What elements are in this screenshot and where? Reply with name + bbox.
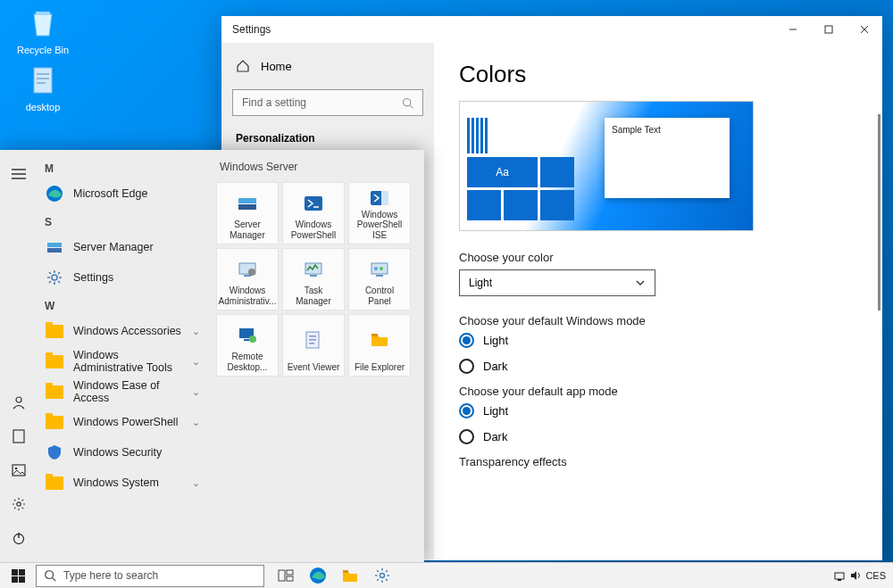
windows-mode-dark[interactable]: Dark — [459, 359, 857, 374]
folder-icon — [45, 352, 64, 371]
tile-file-explorer[interactable]: File Explorer — [348, 314, 411, 377]
tile-task-manager[interactable]: Task Manager — [282, 248, 345, 311]
start-app-list[interactable]: M Microsoft Edge S Server Manager Settin… — [38, 150, 207, 562]
app-microsoft-edge[interactable]: Microsoft Edge — [38, 178, 207, 209]
radio-icon — [459, 359, 474, 374]
tray-network-icon[interactable] — [833, 569, 846, 582]
app-windows-admin-tools[interactable]: Windows Administrative Tools ⌄ — [38, 346, 207, 377]
nav-home[interactable]: Home — [221, 52, 434, 80]
svg-point-13 — [16, 397, 21, 402]
power-button[interactable] — [0, 521, 38, 555]
letter-header[interactable]: W — [38, 293, 207, 316]
app-label: Server Manager — [73, 241, 154, 253]
minimize-button[interactable] — [775, 16, 811, 43]
tile-control-panel[interactable]: Control Panel — [348, 248, 411, 311]
desktop-icon-file[interactable]: desktop — [13, 62, 73, 112]
windows-mode-light[interactable]: Light — [459, 333, 857, 348]
radio-label: Light — [483, 334, 508, 347]
tile-server-manager[interactable]: Server Manager — [216, 182, 279, 244]
page-title: Colors — [459, 61, 857, 88]
app-windows-accessories[interactable]: Windows Accessories ⌄ — [38, 316, 207, 346]
tile-label: File Explorer — [355, 362, 405, 373]
app-label: Windows System — [73, 476, 159, 489]
app-windows-security[interactable]: Windows Security — [38, 437, 207, 468]
recycle-bin-icon — [25, 5, 61, 41]
desktop-icon-recycle-bin[interactable]: Recycle Bin — [13, 5, 73, 55]
app-label: Windows Security — [73, 446, 162, 459]
svg-rect-2 — [37, 78, 49, 79]
tile-admin-tools[interactable]: Windows Administrativ... — [216, 248, 279, 311]
taskbar-settings[interactable] — [366, 563, 398, 589]
tiles-header: Windows Server — [220, 161, 415, 173]
letter-header[interactable]: M — [38, 155, 207, 178]
documents-button[interactable] — [0, 419, 38, 453]
settings-search[interactable]: Find a setting — [232, 89, 423, 116]
tile-label: Server Manager — [221, 219, 274, 240]
color-select[interactable]: Light — [459, 269, 655, 296]
close-button[interactable] — [847, 16, 882, 43]
svg-rect-42 — [309, 335, 316, 337]
tile-label: Control Panel — [353, 286, 406, 306]
tray-lang[interactable]: CES — [865, 570, 886, 581]
settings-content: Colors Aa Sample Text Choose your color … — [434, 43, 882, 560]
transparency-label: Transparency effects — [459, 455, 857, 468]
svg-rect-54 — [287, 576, 293, 581]
task-view-button[interactable] — [270, 563, 302, 589]
app-settings[interactable]: Settings — [38, 262, 207, 293]
search-placeholder: Type here to search — [63, 569, 158, 582]
chevron-down-icon: ⌄ — [192, 386, 200, 398]
svg-rect-1 — [37, 73, 49, 75]
svg-line-51 — [53, 578, 56, 582]
file-icon — [25, 62, 61, 98]
user-button[interactable] — [0, 385, 38, 419]
svg-rect-24 — [238, 198, 256, 203]
tile-remote-desktop[interactable]: Remote Desktop... — [216, 314, 279, 377]
app-windows-powershell[interactable]: Windows PowerShell ⌄ — [38, 407, 207, 437]
color-preview: Aa Sample Text — [459, 101, 754, 231]
radio-icon — [459, 429, 474, 444]
svg-point-31 — [248, 269, 255, 276]
svg-rect-53 — [287, 570, 293, 575]
svg-rect-56 — [343, 570, 348, 573]
radio-icon — [459, 333, 474, 348]
app-label: Windows Ease of Access — [73, 379, 183, 404]
folder-icon — [45, 382, 64, 402]
chevron-down-icon: ⌄ — [192, 326, 200, 337]
desktop-icon-label: desktop — [26, 102, 61, 112]
svg-rect-49 — [19, 576, 25, 583]
app-label: Windows Accessories — [73, 325, 181, 337]
app-mode-dark[interactable]: Dark — [459, 429, 857, 444]
server-manager-icon — [236, 186, 259, 219]
taskbar-explorer[interactable] — [334, 563, 366, 589]
hamburger-button[interactable] — [0, 157, 38, 191]
tray-volume-icon[interactable] — [849, 569, 862, 582]
preview-aa: Aa — [467, 157, 538, 187]
folder-icon — [45, 321, 64, 341]
app-windows-system[interactable]: Windows System ⌄ — [38, 468, 207, 498]
pictures-button[interactable] — [0, 453, 38, 487]
tile-powershell[interactable]: Windows PowerShell — [282, 182, 345, 244]
taskbar-search[interactable]: Type here to search — [36, 565, 264, 587]
app-mode-light[interactable]: Light — [459, 403, 857, 418]
app-server-manager[interactable]: Server Manager — [38, 232, 207, 262]
search-placeholder: Find a setting — [242, 96, 306, 109]
taskbar-edge[interactable] — [302, 563, 334, 589]
start-button[interactable] — [0, 563, 36, 589]
tile-powershell-ise[interactable]: Windows PowerShell ISE — [348, 182, 411, 244]
settings-rail-button[interactable] — [0, 487, 38, 521]
tile-event-viewer[interactable]: Event Viewer — [282, 314, 345, 377]
svg-point-17 — [17, 502, 21, 506]
svg-rect-43 — [309, 339, 316, 341]
search-icon — [44, 569, 56, 582]
maximize-button[interactable] — [811, 16, 847, 43]
svg-point-57 — [380, 574, 385, 578]
windows-mode-label: Choose your default Windows mode — [459, 314, 857, 327]
app-windows-ease[interactable]: Windows Ease of Access ⌄ — [38, 377, 207, 407]
tile-label: Windows Administrativ... — [219, 286, 277, 306]
scrollbar[interactable] — [878, 114, 880, 311]
svg-rect-47 — [19, 569, 25, 576]
letter-header[interactable]: S — [38, 209, 207, 232]
svg-rect-39 — [244, 339, 249, 341]
watermark-line2: Evaluation copy. Build 20298.fe — [744, 543, 880, 556]
radio-label: Light — [483, 404, 508, 418]
